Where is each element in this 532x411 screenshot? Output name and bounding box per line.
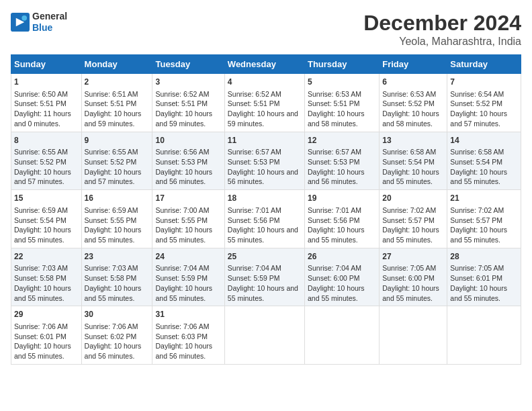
- sunrise: Sunrise: 6:58 AM: [382, 148, 436, 156]
- daylight: Daylight: 11 hours and 0 minutes.: [14, 109, 71, 128]
- sunrise: Sunrise: 7:06 AM: [14, 322, 68, 330]
- table-row: 15Sunrise: 6:59 AMSunset: 5:54 PMDayligh…: [11, 190, 82, 248]
- table-row: 11Sunrise: 6:57 AMSunset: 5:53 PMDayligh…: [224, 132, 304, 190]
- sunrise: Sunrise: 7:01 AM: [228, 206, 281, 214]
- sunrise: Sunrise: 6:53 AM: [308, 90, 361, 98]
- daylight: Daylight: 10 hours and 55 minutes.: [450, 168, 507, 186]
- daylight: Daylight: 10 hours and 55 minutes.: [155, 284, 212, 302]
- sunset: Sunset: 5:54 PM: [14, 216, 66, 224]
- table-row: 21Sunrise: 7:02 AMSunset: 5:57 PMDayligh…: [447, 190, 521, 248]
- daylight: Daylight: 10 hours and 55 minutes.: [228, 226, 298, 244]
- table-row: 25Sunrise: 7:04 AMSunset: 5:59 PMDayligh…: [224, 248, 304, 306]
- sunset: Sunset: 5:51 PM: [155, 99, 208, 107]
- sunrise: Sunrise: 7:03 AM: [14, 264, 68, 272]
- day-number: 29: [14, 309, 79, 320]
- sunset: Sunset: 5:51 PM: [308, 99, 360, 107]
- sunset: Sunset: 5:57 PM: [382, 216, 435, 224]
- page-container: General Blue December 2024 Yeola, Mahara…: [0, 0, 532, 371]
- sunset: Sunset: 5:54 PM: [382, 158, 435, 166]
- table-row: [224, 306, 304, 365]
- sunrise: Sunrise: 7:05 AM: [450, 264, 504, 272]
- day-number: 8: [14, 135, 79, 146]
- sunset: Sunset: 6:01 PM: [450, 274, 502, 282]
- daylight: Daylight: 10 hours and 55 minutes.: [14, 284, 71, 302]
- daylight: Daylight: 10 hours and 55 minutes.: [85, 226, 142, 244]
- day-number: 13: [382, 135, 444, 146]
- sunrise: Sunrise: 7:00 AM: [155, 206, 209, 214]
- daylight: Daylight: 10 hours and 55 minutes.: [450, 284, 507, 302]
- sunset: Sunset: 6:00 PM: [382, 274, 435, 282]
- table-row: [304, 306, 379, 365]
- col-wednesday: Wednesday: [224, 55, 304, 74]
- table-row: 24Sunrise: 7:04 AMSunset: 5:59 PMDayligh…: [152, 248, 224, 306]
- table-row: 22Sunrise: 7:03 AMSunset: 5:58 PMDayligh…: [11, 248, 82, 306]
- col-friday: Friday: [380, 55, 447, 74]
- day-number: 1: [14, 77, 79, 88]
- sunrise: Sunrise: 6:59 AM: [14, 206, 68, 214]
- sunrise: Sunrise: 6:53 AM: [382, 90, 436, 98]
- day-number: 23: [85, 251, 150, 263]
- day-number: 19: [308, 193, 376, 204]
- daylight: Daylight: 10 hours and 55 minutes.: [308, 284, 365, 302]
- day-number: 10: [155, 135, 221, 146]
- day-number: 9: [85, 135, 150, 146]
- day-number: 27: [382, 251, 444, 263]
- table-row: 13Sunrise: 6:58 AMSunset: 5:54 PMDayligh…: [380, 132, 447, 190]
- sunrise: Sunrise: 6:58 AM: [450, 148, 504, 156]
- table-row: 29Sunrise: 7:06 AMSunset: 6:01 PMDayligh…: [11, 306, 82, 365]
- sunrise: Sunrise: 6:54 AM: [450, 90, 504, 98]
- table-row: 28Sunrise: 7:05 AMSunset: 6:01 PMDayligh…: [447, 248, 521, 306]
- daylight: Daylight: 10 hours and 57 minutes.: [85, 168, 142, 186]
- sunrise: Sunrise: 6:59 AM: [85, 206, 138, 214]
- sunrise: Sunrise: 6:57 AM: [228, 148, 281, 156]
- day-number: 17: [155, 193, 221, 204]
- sunset: Sunset: 5:52 PM: [382, 99, 435, 107]
- sunrise: Sunrise: 6:50 AM: [14, 90, 68, 98]
- week-row-2: 15Sunrise: 6:59 AMSunset: 5:54 PMDayligh…: [11, 190, 521, 248]
- header-row: Sunday Monday Tuesday Wednesday Thursday…: [11, 55, 521, 74]
- table-row: 7Sunrise: 6:54 AMSunset: 5:52 PMDaylight…: [447, 74, 521, 132]
- day-number: 3: [155, 77, 221, 88]
- day-number: 18: [228, 193, 302, 204]
- table-row: 23Sunrise: 7:03 AMSunset: 5:58 PMDayligh…: [81, 248, 152, 306]
- table-row: 17Sunrise: 7:00 AMSunset: 5:55 PMDayligh…: [152, 190, 224, 248]
- logo-text: General Blue: [32, 11, 67, 34]
- daylight: Daylight: 10 hours and 55 minutes.: [382, 284, 439, 302]
- daylight: Daylight: 10 hours and 56 minutes.: [308, 168, 365, 186]
- sunrise: Sunrise: 6:57 AM: [308, 148, 361, 156]
- sunset: Sunset: 5:59 PM: [155, 274, 208, 282]
- table-row: 27Sunrise: 7:05 AMSunset: 6:00 PMDayligh…: [380, 248, 447, 306]
- logo: General Blue: [11, 11, 67, 34]
- daylight: Daylight: 10 hours and 56 minutes.: [85, 342, 142, 360]
- day-number: 15: [14, 193, 79, 204]
- sunrise: Sunrise: 6:55 AM: [85, 148, 138, 156]
- table-row: 12Sunrise: 6:57 AMSunset: 5:53 PMDayligh…: [304, 132, 379, 190]
- logo-icon: [11, 13, 30, 32]
- table-row: 6Sunrise: 6:53 AMSunset: 5:52 PMDaylight…: [380, 74, 447, 132]
- main-title: December 2024: [363, 11, 521, 36]
- daylight: Daylight: 10 hours and 55 minutes.: [382, 168, 439, 186]
- sunset: Sunset: 5:52 PM: [450, 99, 502, 107]
- day-number: 26: [308, 251, 376, 263]
- daylight: Daylight: 10 hours and 56 minutes.: [155, 342, 212, 360]
- day-number: 31: [155, 309, 221, 320]
- table-row: 2Sunrise: 6:51 AMSunset: 5:51 PMDaylight…: [81, 74, 152, 132]
- sunrise: Sunrise: 7:04 AM: [155, 264, 209, 272]
- sunset: Sunset: 5:57 PM: [450, 216, 502, 224]
- title-section: December 2024 Yeola, Maharashtra, India: [363, 11, 521, 48]
- daylight: Daylight: 10 hours and 55 minutes.: [14, 342, 71, 360]
- table-row: 18Sunrise: 7:01 AMSunset: 5:56 PMDayligh…: [224, 190, 304, 248]
- day-number: 16: [85, 193, 150, 204]
- week-row-0: 1Sunrise: 6:50 AMSunset: 5:51 PMDaylight…: [11, 74, 521, 132]
- day-number: 28: [450, 251, 518, 263]
- col-tuesday: Tuesday: [152, 55, 224, 74]
- col-saturday: Saturday: [447, 55, 521, 74]
- daylight: Daylight: 10 hours and 56 minutes.: [228, 168, 298, 186]
- sunrise: Sunrise: 6:52 AM: [155, 90, 209, 98]
- daylight: Daylight: 10 hours and 56 minutes.: [155, 168, 212, 186]
- svg-point-2: [21, 15, 27, 21]
- sunset: Sunset: 5:51 PM: [228, 99, 280, 107]
- sunset: Sunset: 6:00 PM: [308, 274, 360, 282]
- table-row: 1Sunrise: 6:50 AMSunset: 5:51 PMDaylight…: [11, 74, 82, 132]
- day-number: 21: [450, 193, 518, 204]
